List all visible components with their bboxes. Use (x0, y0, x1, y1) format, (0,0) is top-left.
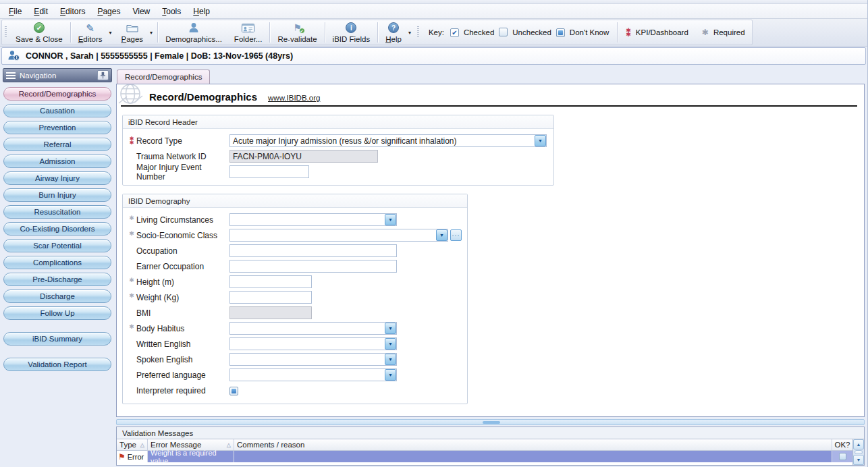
horizontal-splitter[interactable] (116, 419, 865, 425)
menu-view[interactable]: View (126, 5, 156, 18)
written-english-select[interactable]: ▼ (229, 337, 397, 350)
re-validate-label: Re-validate (277, 35, 317, 43)
weight-kg-input[interactable] (229, 291, 312, 304)
nav-item-admission[interactable]: Admission (3, 155, 111, 168)
interpreter-required-checkbox[interactable] (229, 386, 238, 395)
required-marker-icon: ✱ (127, 321, 136, 330)
dropdown-arrow-icon[interactable]: ▼ (385, 369, 396, 381)
nav-item-record-demographics[interactable]: Record/Demographics (3, 87, 111, 101)
ibidb-link[interactable]: www.IBIDB.org (268, 94, 320, 102)
re-validate-button[interactable]: ⚑✔Re-validate (271, 20, 323, 45)
field-row-spoken-english: Spoken English▼ (127, 352, 462, 367)
checked-checkbox-icon: ✔ (450, 28, 459, 37)
dropdown-caret-icon[interactable]: ▾ (108, 20, 115, 45)
occupation-input[interactable] (229, 244, 397, 257)
scrollbar-thumb[interactable] (855, 450, 863, 454)
toolbar-group-pages: Pages▾ (115, 20, 157, 45)
nav-item-follow-up[interactable]: Follow Up (3, 306, 111, 320)
dropdown-arrow-icon[interactable]: ▼ (385, 214, 396, 225)
dropdown-caret-icon[interactable]: ▾ (408, 20, 414, 45)
column-header-label: OK? (835, 441, 850, 449)
menu-pages[interactable]: Pages (91, 5, 126, 18)
ellipsis-button[interactable]: ··· (450, 229, 462, 241)
nav-item-label: Pre-Discharge (32, 275, 82, 283)
dropdown-arrow-icon[interactable]: ▼ (385, 354, 396, 365)
navigation-panel: Navigation Record/DemographicsCausationP… (1, 67, 113, 467)
living-circumstances-select[interactable]: ▼ (229, 213, 397, 226)
nav-item-label: Discharge (40, 292, 75, 300)
save-close-label: Save & Close (16, 35, 63, 43)
toolbar-group-help: ?Help▾ (379, 20, 414, 45)
pages-button[interactable]: Pages (115, 20, 150, 45)
nav-item-label: Prevention (39, 123, 76, 132)
major-injury-event-number-input[interactable] (229, 165, 309, 178)
nav-item-causation[interactable]: Causation (3, 104, 111, 117)
body-habitus-select[interactable]: ▼ (229, 322, 397, 335)
error-flag-icon: ⚑ (118, 453, 126, 461)
patient-summary: CONNOR , Sarah | 5555555555 | Female | D… (26, 51, 293, 61)
column-header-comments-reason[interactable]: Comments / reason (234, 439, 832, 450)
nav-item-referral[interactable]: Referral (3, 138, 111, 151)
groupbox-ibid-record-header: iBID Record Header✱✱Record TypeAcute maj… (122, 115, 554, 186)
pin-button[interactable] (97, 70, 109, 80)
nav-item-discharge[interactable]: Discharge (3, 290, 111, 303)
nav-item-pre-discharge[interactable]: Pre-Discharge (3, 273, 111, 286)
pencil-icon: ✎ (86, 22, 94, 34)
spoken-english-select[interactable]: ▼ (229, 353, 397, 366)
field-label: Weight (Kg) (136, 293, 229, 302)
socio-economic-class-select[interactable]: ▼ (229, 229, 448, 242)
record-type-select[interactable]: Acute major Injury admission (resus &/or… (229, 134, 547, 147)
nav-item-scar-potential[interactable]: Scar Potential (3, 239, 111, 252)
toolbar-separator (157, 22, 158, 43)
tab-record-demographics[interactable]: Record/Demographics (117, 70, 210, 84)
demographics-button[interactable]: Demographics... (159, 20, 228, 45)
dropdown-caret-icon[interactable]: ▾ (149, 20, 156, 45)
field-label: Socio-Economic Class (136, 231, 229, 240)
row-error-message: Weight is a required value (148, 451, 234, 462)
field-label: Living Circumstances (136, 215, 229, 225)
dropdown-arrow-icon[interactable]: ▼ (535, 135, 546, 146)
nav-item-ibid-summary[interactable]: iBID Summary (3, 332, 111, 346)
ok-checkbox[interactable] (839, 453, 846, 460)
navigation-panel-header: Navigation (3, 68, 112, 82)
nav-item-validation-report[interactable]: Validation Report (3, 358, 111, 371)
dropdown-arrow-icon[interactable]: ▼ (436, 229, 447, 241)
menu-bar: FileEditEditorsPagesViewToolsHelp (0, 4, 867, 19)
earner-occupation-input[interactable] (229, 260, 397, 273)
folder-button[interactable]: Folder... (228, 20, 269, 45)
nav-item-prevention[interactable]: Prevention (3, 121, 111, 134)
field-label: Written English (136, 339, 229, 349)
validation-scrollbar[interactable]: ▲ ▼ (852, 439, 864, 465)
toolbar-grip[interactable] (5, 26, 7, 38)
required-marker-icon: ✱ (127, 274, 136, 283)
menu-help[interactable]: Help (187, 5, 216, 18)
help-button[interactable]: ?Help (379, 20, 408, 45)
column-header-type[interactable]: Type△ (117, 439, 148, 450)
ibid-fields-button[interactable]: iiBID Fields (327, 20, 377, 45)
nav-item-co-existing-disorders[interactable]: Co-Existing Disorders (3, 222, 111, 236)
menu-file[interactable]: File (3, 5, 28, 18)
field-label: Earner Occupation (136, 262, 229, 271)
preferred-language-select[interactable]: ▼ (229, 368, 397, 381)
menu-editors[interactable]: Editors (54, 5, 91, 18)
save-close-button[interactable]: ✔Save & Close (9, 20, 69, 45)
nav-item-burn-injury[interactable]: Burn Injury (3, 188, 111, 202)
editors-label: Editors (78, 35, 103, 43)
height-m-input[interactable] (229, 275, 312, 288)
nav-item-complications[interactable]: Complications (3, 256, 111, 269)
column-header-ok[interactable]: OK? (832, 439, 852, 450)
editors-button[interactable]: ✎Editors (72, 20, 109, 45)
key-label: Key: (429, 28, 444, 36)
dropdown-arrow-icon[interactable]: ▼ (385, 338, 396, 350)
toolbar-grip[interactable] (417, 26, 419, 38)
menu-edit[interactable]: Edit (28, 5, 54, 18)
validation-row[interactable]: ⚑ErrorWeight is a required value (117, 451, 852, 462)
nav-item-resuscitation[interactable]: Resuscitation (3, 205, 111, 219)
menu-tools[interactable]: Tools (156, 5, 187, 18)
scroll-up-icon[interactable]: ▲ (853, 439, 864, 449)
title-divider (121, 105, 857, 107)
scroll-down-icon[interactable]: ▼ (853, 455, 864, 465)
navigation-title: Navigation (20, 72, 56, 80)
dropdown-arrow-icon[interactable]: ▼ (385, 323, 396, 334)
nav-item-airway-injury[interactable]: Airway Injury (3, 171, 111, 185)
